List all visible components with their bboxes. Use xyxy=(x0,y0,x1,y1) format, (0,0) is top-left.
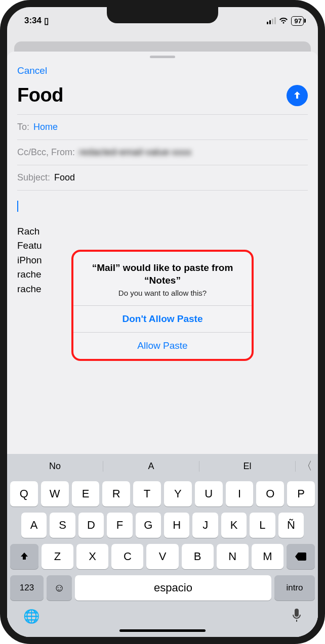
status-time: 3:34 ▯ xyxy=(24,16,47,26)
phone-frame: 3:34 ▯ 97 Cancel Food xyxy=(0,0,325,644)
cell-signal-icon xyxy=(267,17,276,24)
notch xyxy=(107,7,218,23)
wifi-icon xyxy=(279,17,288,24)
allow-button[interactable]: Allow Paste xyxy=(73,332,252,359)
dont-allow-button[interactable]: Don't Allow Paste xyxy=(73,305,252,332)
alert-title: “Mail” would like to paste from “Notes” xyxy=(83,262,242,287)
alert-message: Do you want to allow this? xyxy=(83,289,242,297)
battery-icon: 97 xyxy=(291,16,304,26)
paste-permission-alert: “Mail” would like to paste from “Notes” … xyxy=(71,250,254,361)
